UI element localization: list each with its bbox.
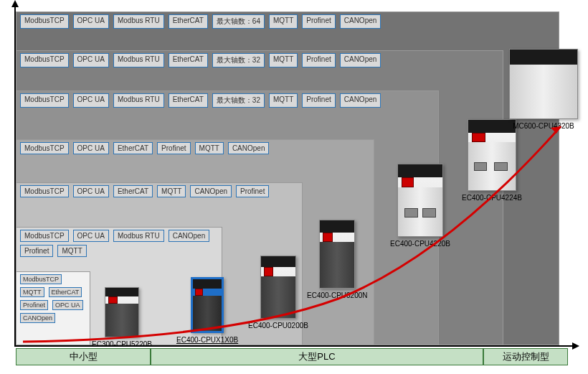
device-mc600: MC600-CPU4320B bbox=[509, 49, 578, 130]
protocol-tag: Modbus RTU bbox=[113, 93, 164, 108]
protocol-tag: EtherCAT bbox=[169, 53, 208, 67]
device-ec300: EC300-CPU5220B bbox=[92, 287, 152, 348]
protocol-tag: ModbusTCP bbox=[20, 93, 69, 108]
protocol-tag: OPC UA bbox=[73, 230, 109, 242]
protocol-tag: MQTT bbox=[269, 53, 298, 67]
protocol-tag: Profinet bbox=[157, 142, 190, 154]
protocol-tag: Modbus RTU bbox=[113, 53, 164, 67]
protocol-tag: MQTT bbox=[269, 14, 298, 29]
protocol-tag: CANOpen bbox=[169, 230, 210, 242]
protocol-tag: OPC UA bbox=[73, 142, 109, 154]
protocol-tag: CANOpen bbox=[20, 313, 55, 323]
tier-1-tags: ModbusTCPMQTTEtherCATProfinetOPC UACANOp… bbox=[16, 271, 87, 326]
protocol-tag: CANOpen bbox=[190, 185, 232, 197]
protocol-tag: EtherCAT bbox=[113, 185, 153, 197]
protocol-tag: Modbus RTU bbox=[113, 14, 164, 29]
protocol-tag: EtherCAT bbox=[113, 142, 153, 154]
protocol-tag: Profinet bbox=[302, 93, 335, 108]
protocol-tag: MQTT bbox=[57, 245, 86, 257]
device-ec400-0200n: EC400-CPU0200N bbox=[307, 220, 368, 299]
device-label: MC600-CPU4320B bbox=[509, 122, 578, 130]
device-label: EC400-CPUX1X0B bbox=[176, 336, 238, 344]
axis-label-large: 大型PLC bbox=[151, 348, 483, 365]
protocol-tag: OPC UA bbox=[73, 185, 109, 197]
protocol-tag: ModbusTCP bbox=[20, 142, 69, 154]
protocol-tag: Profinet bbox=[302, 14, 335, 29]
tier-4-tags: ModbusTCPOPC UAEtherCATProfinetMQTTCANOp… bbox=[16, 139, 360, 157]
protocol-tag: Profinet bbox=[20, 245, 53, 257]
protocol-tag: OPC UA bbox=[73, 14, 109, 29]
protocol-tag: ModbusTCP bbox=[20, 185, 69, 197]
device-ec400-4220b: EC400-CPU4220B bbox=[390, 164, 450, 248]
protocol-tag: OPC UA bbox=[52, 300, 83, 310]
protocol-tag: CANOpen bbox=[340, 14, 381, 29]
device-label: EC300-CPU5220B bbox=[92, 340, 152, 348]
protocol-tag: ModbusTCP bbox=[20, 274, 62, 284]
protocol-tag: MQTT bbox=[269, 93, 298, 108]
protocol-tag: 最大轴数：32 bbox=[212, 53, 265, 67]
protocol-tag: CANOpen bbox=[340, 53, 381, 67]
device-label: EC400-CPU4220B bbox=[390, 240, 450, 248]
protocol-tag: EtherCAT bbox=[169, 14, 208, 29]
protocol-tag: MQTT bbox=[157, 185, 186, 197]
protocol-tag: EtherCAT bbox=[169, 93, 208, 108]
protocol-tag: Modbus RTU bbox=[113, 230, 164, 242]
tier-5-tags: ModbusTCPOPC UAModbus RTUEtherCAT最大轴数：32… bbox=[16, 90, 425, 111]
protocol-tag: Profinet bbox=[302, 53, 335, 67]
device-ec400-x1x0b: EC400-CPUX1X0B bbox=[176, 277, 238, 344]
protocol-tag: CANOpen bbox=[228, 142, 270, 154]
device-label: EC400-CPU0200N bbox=[307, 291, 368, 299]
protocol-tag: ModbusTCP bbox=[20, 53, 69, 67]
protocol-tag: Profinet bbox=[236, 185, 269, 197]
axis-label-small: 中小型 bbox=[16, 348, 151, 365]
protocol-tag: 最大轴数：64 bbox=[212, 14, 265, 29]
protocol-tag: ModbusTCP bbox=[20, 14, 69, 29]
x-axis-categories: 中小型 大型PLC 运动控制型 bbox=[16, 348, 568, 365]
tier-7-tags: ModbusTCPOPC UAModbus RTUEtherCAT最大轴数：64… bbox=[16, 11, 546, 32]
device-ec400-4224b: EC400-CPU4224B bbox=[462, 119, 522, 202]
tier-2-tags: ModbusTCPOPC UAModbus RTUCANOpenProfinet… bbox=[16, 227, 215, 260]
device-label: EC400-CPU4224B bbox=[462, 194, 522, 202]
protocol-tag: CANOpen bbox=[340, 93, 381, 108]
protocol-tag: OPC UA bbox=[73, 93, 109, 108]
protocol-tag: MQTT bbox=[195, 142, 224, 154]
device-label: EC400-CPU0200B bbox=[248, 322, 308, 329]
protocol-tag: MQTT bbox=[20, 287, 44, 297]
device-ec400-0200b: EC400-CPU0200B bbox=[248, 256, 308, 329]
protocol-tag: 最大轴数：32 bbox=[212, 93, 265, 108]
protocol-tag: ModbusTCP bbox=[20, 230, 69, 242]
tier-6-tags: ModbusTCPOPC UAModbus RTUEtherCAT最大轴数：32… bbox=[16, 50, 489, 70]
product-tier-chart: ModbusTCPOPC UAModbus RTUEtherCAT最大轴数：64… bbox=[14, 6, 574, 368]
tier-3-tags: ModbusTCPOPC UAEtherCATMQTTCANOpenProfin… bbox=[16, 182, 288, 200]
protocol-tag: OPC UA bbox=[73, 53, 109, 67]
axis-label-motion: 运动控制型 bbox=[483, 348, 568, 365]
protocol-tag: EtherCAT bbox=[49, 287, 82, 297]
protocol-tag: Profinet bbox=[20, 300, 48, 310]
